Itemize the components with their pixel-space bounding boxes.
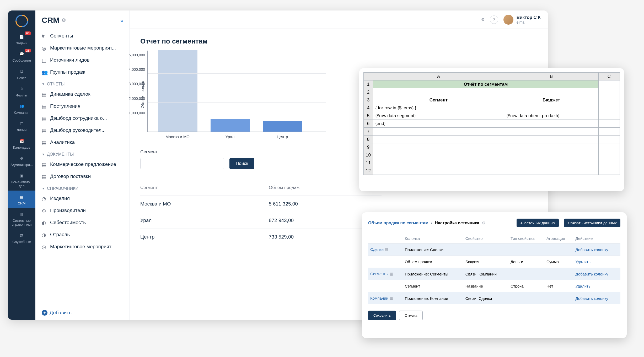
sidebar-item[interactable]: ▤Поступления: [35, 100, 130, 112]
row-header[interactable]: 12: [364, 167, 373, 175]
save-button[interactable]: Сохранить: [368, 311, 396, 320]
sidebar-item-groups[interactable]: 👥Группы продаж: [35, 66, 130, 78]
rail-mail[interactable]: @Почта: [8, 65, 35, 83]
cell[interactable]: [504, 120, 598, 128]
cell[interactable]: [598, 128, 620, 136]
row-header[interactable]: 11: [364, 159, 373, 167]
sidebar-item-leads[interactable]: ◫Источники лидов: [35, 54, 130, 66]
cell[interactable]: [504, 128, 598, 136]
cell[interactable]: [373, 88, 504, 96]
cell[interactable]: {$row.data.segment}: [373, 112, 504, 120]
rail-company[interactable]: 👥Компания: [8, 100, 35, 117]
cell[interactable]: { for row in {$items} }: [373, 104, 504, 112]
cell[interactable]: [504, 143, 598, 151]
cell[interactable]: Отчёт по сегментам: [373, 80, 598, 88]
rail-crm[interactable]: ▤CRM: [8, 191, 35, 208]
rail-tasks[interactable]: 65📄Задачи: [8, 30, 35, 48]
rail-files[interactable]: 🗎Файлы: [8, 83, 35, 100]
row-header[interactable]: 4: [364, 104, 373, 112]
row-header[interactable]: 6: [364, 120, 373, 128]
sidebar-item[interactable]: ▤Аналитика: [35, 136, 130, 148]
user-menu[interactable]: Виктор С К elma: [503, 15, 541, 25]
rail-lines[interactable]: ▢Линии: [8, 117, 35, 134]
cell[interactable]: [504, 151, 598, 159]
ds-link[interactable]: Сделки: [370, 247, 384, 252]
sidebar-add-button[interactable]: +Добавить: [35, 306, 130, 320]
cell[interactable]: [598, 136, 620, 143]
row-header[interactable]: 2: [364, 88, 373, 96]
cell[interactable]: [373, 128, 504, 136]
sidebar-item[interactable]: ⚙Производители: [35, 204, 130, 217]
segment-input[interactable]: [140, 158, 224, 169]
rail-system[interactable]: ▥Системные справочники: [8, 208, 35, 229]
cell[interactable]: [373, 167, 504, 175]
row-header[interactable]: 10: [364, 151, 373, 159]
sidebar-item[interactable]: ◎Маркетинговое мероприят...: [35, 241, 130, 253]
ds-link[interactable]: Сегменты: [370, 272, 388, 276]
sidebar-item[interactable]: ▤Дэшборд руководител...: [35, 124, 130, 136]
collapse-icon[interactable]: «: [120, 17, 123, 23]
row-header[interactable]: 8: [364, 136, 373, 143]
row-header[interactable]: 1: [364, 80, 373, 88]
row-header[interactable]: 9: [364, 143, 373, 151]
sheet-corner[interactable]: [364, 73, 373, 80]
cell[interactable]: [373, 151, 504, 159]
ds-action[interactable]: Добавить колонку: [576, 296, 608, 301]
cell[interactable]: Сегмент: [373, 96, 504, 104]
gear-icon[interactable]: ⚙: [481, 17, 485, 22]
cancel-button[interactable]: Отмена: [399, 311, 423, 320]
sidebar-item[interactable]: ▤Договор поставки: [35, 170, 130, 182]
link-sources-button[interactable]: Связать источники данных: [564, 219, 620, 227]
spreadsheet[interactable]: ABC 1Отчёт по сегментам23СегментБюджет4{…: [363, 72, 620, 175]
cell[interactable]: [598, 112, 620, 120]
add-source-button[interactable]: + Источник данных: [517, 219, 559, 227]
row-header[interactable]: 5: [364, 112, 373, 120]
search-button[interactable]: Поиск: [229, 158, 254, 169]
ds-action[interactable]: Добавить колонку: [576, 247, 608, 252]
col-header[interactable]: B: [504, 73, 598, 80]
rail-calendar[interactable]: 📅Календарь: [8, 135, 35, 152]
cell[interactable]: [598, 120, 620, 128]
gear-icon[interactable]: ⚙: [482, 220, 486, 225]
cell[interactable]: [598, 96, 620, 104]
cell[interactable]: [598, 88, 620, 96]
sidebar-item[interactable]: ◔Изделия: [35, 192, 130, 204]
sidebar-item[interactable]: ▤Коммерческое предложение: [35, 158, 130, 170]
cell[interactable]: [373, 159, 504, 167]
sidebar-item[interactable]: ◑Отрасль: [35, 229, 130, 241]
col-header[interactable]: C: [598, 73, 620, 80]
cell[interactable]: {$row.data.obem_prodazh}: [504, 112, 598, 120]
cell[interactable]: [373, 136, 504, 143]
cell[interactable]: [598, 167, 620, 175]
section-documents[interactable]: ▼ДОКУМЕНТЫ: [35, 148, 130, 158]
rail-service[interactable]: ▧Служебные: [8, 229, 35, 246]
cell[interactable]: [504, 104, 598, 112]
gear-icon[interactable]: ⚙: [62, 17, 66, 23]
sidebar-item[interactable]: ▤Динамика сделок: [35, 88, 130, 100]
cell[interactable]: [504, 136, 598, 143]
help-button[interactable]: ?: [490, 15, 498, 24]
cell[interactable]: Бюджет: [504, 96, 598, 104]
rail-admin[interactable]: ⚙Администри...: [8, 152, 35, 169]
sidebar-item[interactable]: ◐Себестоимость: [35, 217, 130, 229]
ds-breadcrumb[interactable]: Объем продаж по сегментам: [368, 221, 428, 225]
row-header[interactable]: 7: [364, 128, 373, 136]
cell[interactable]: [504, 88, 598, 96]
cell[interactable]: [598, 104, 620, 112]
cell[interactable]: [598, 151, 620, 159]
cell[interactable]: [504, 167, 598, 175]
cell[interactable]: [598, 80, 620, 88]
cell[interactable]: [504, 159, 598, 167]
row-header[interactable]: 3: [364, 96, 373, 104]
cell[interactable]: [373, 143, 504, 151]
sidebar-item-marketing[interactable]: ◎Маркетинговые мероприят...: [35, 42, 130, 54]
cell[interactable]: [598, 159, 620, 167]
ds-link[interactable]: Компании: [370, 296, 388, 300]
section-reports[interactable]: ▼ОТЧЕТЫ: [35, 78, 130, 88]
cell[interactable]: [598, 143, 620, 151]
ds-action[interactable]: Удалить: [576, 284, 591, 288]
ds-action[interactable]: Добавить колонку: [576, 272, 608, 276]
cell[interactable]: {end}: [373, 120, 504, 128]
rail-nomenclature[interactable]: ▣Номенклату... дел: [8, 169, 35, 191]
rail-messages[interactable]: 23💬Сообщения: [8, 48, 35, 65]
